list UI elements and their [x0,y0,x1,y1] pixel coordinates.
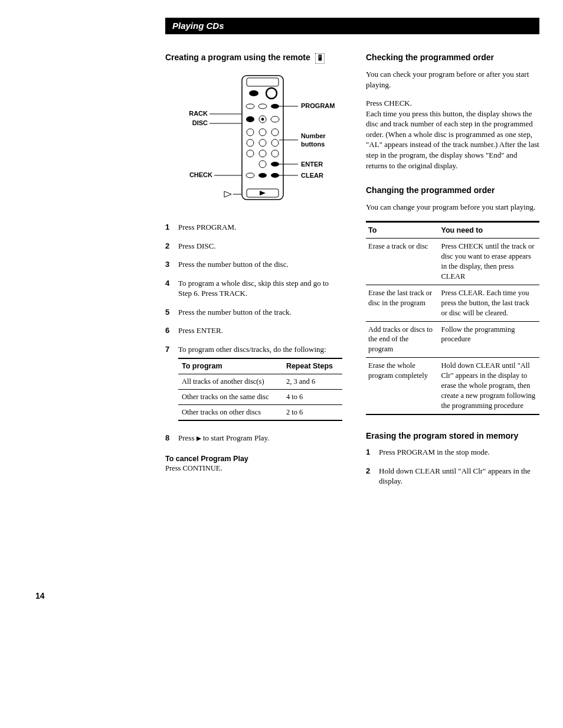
left-title: Creating a program using the remote 📱 [165,52,342,63]
label-disc: DISC [192,119,208,126]
check-heading: Checking the programmed order [366,52,539,63]
svg-point-3 [266,88,277,99]
subtable-cell: 2, 3 and 6 [283,374,342,390]
remote-diagram: PROGRAM TRACK DISC [189,72,342,211]
label-program: PROGRAM [301,102,335,109]
label-enter: ENTER [301,161,323,168]
svg-point-12 [261,117,264,120]
svg-point-15 [259,129,266,136]
label-number: Number [301,132,326,139]
step-1-text: Press PROGRAM. [178,222,342,233]
subtable-h1: To program [178,358,283,374]
left-title-text: Creating a program using the remote [165,53,310,62]
svg-point-17 [247,139,254,146]
section-header-bar: Playing CDs [165,18,539,34]
erase-step-2: 2Hold down CLEAR until "All Clr" appears… [366,466,539,487]
change-cell: Erase the last track or disc in the prog… [366,285,438,321]
change-heading: Changing the programmed order [366,185,539,196]
svg-point-10 [246,116,254,122]
svg-point-29 [258,173,267,178]
step-2: 2Press DISC. [165,241,342,252]
svg-point-2 [249,90,258,96]
change-cell: Press CHECK until the track or disc you … [438,239,539,285]
cancel-title: To cancel Program Play [165,454,342,464]
check-body: Each time you press this button, the dis… [366,109,539,170]
svg-point-30 [271,173,279,178]
svg-point-5 [258,104,267,109]
two-column-layout: Creating a program using the remote 📱 PR… [165,52,539,497]
subtable-row: Other tracks on the same disc4 to 6 [178,390,342,405]
change-cell: Add tracks or discs to the end of the pr… [366,321,438,358]
label-track: TRACK [189,110,208,117]
right-column: Checking the programmed order You can ch… [366,52,539,497]
step-7: 7To program other discs/tracks, do the f… [165,344,342,425]
remote-icon: 📱 [315,53,325,64]
step-1: 1Press PROGRAM. [165,222,342,233]
step-6-text: Press ENTER. [178,325,342,336]
erase-step-1-text: Press PROGRAM in the stop mode. [379,447,539,458]
step-4: 4To program a whole disc, skip this step… [165,278,342,299]
check-para-2: Press CHECK. Each time you press this bu… [366,98,539,171]
svg-marker-32 [224,191,231,197]
svg-point-4 [246,104,254,109]
svg-point-16 [271,129,279,136]
svg-point-22 [271,150,279,157]
svg-point-28 [246,173,254,178]
change-row: Add tracks or discs to the end of the pr… [366,321,539,358]
subtable-h2: Repeat Steps [283,358,342,374]
erase-heading: Erasing the program stored in memory [366,430,539,442]
subtable-cell: 2 to 6 [283,405,342,420]
step-7-text: To program other discs/tracks, do the fo… [178,344,342,355]
svg-point-19 [271,139,279,146]
svg-point-20 [247,150,254,157]
change-cell: Erase the whole program completely [366,358,438,414]
change-cell: Follow the programming procedure [438,321,539,358]
svg-point-13 [271,116,279,122]
svg-point-14 [247,129,254,136]
step-2-text: Press DISC. [178,241,342,252]
change-cell: Erase a track or disc [366,239,438,285]
svg-rect-1 [247,78,279,86]
number-buttons-group [247,129,279,157]
change-cell: Hold down CLEAR until "All Clr" appears … [438,358,539,414]
svg-point-24 [259,161,266,168]
erase-step-2-text: Hold down CLEAR until "All Clr" appears … [379,466,539,487]
label-clear: CLEAR [301,172,323,179]
step-3: 3Press the number button of the disc. [165,259,342,270]
subtable-row: Other tracks on other discs2 to 6 [178,405,342,420]
step-8-text: Press to start Program Play. [178,433,342,443]
program-subtable: To program Repeat Steps All tracks of an… [178,358,342,421]
step-5: 5Press the number button of the track. [165,307,342,318]
left-column: Creating a program using the remote 📱 PR… [165,52,342,497]
check-para-1: You can check your program before or aft… [366,69,539,90]
change-table: To You need to Erase a track or discPres… [366,221,539,415]
play-icon [197,436,201,441]
svg-marker-35 [260,191,266,195]
left-steps: 1Press PROGRAM. 2Press DISC. 3Press the … [165,222,342,443]
step-5-text: Press the number button of the track. [178,307,342,318]
change-h2: You need to [438,221,539,239]
svg-point-18 [259,139,266,146]
svg-point-21 [259,150,266,157]
subtable-cell: 4 to 6 [283,390,342,405]
step-6: 6Press ENTER. [165,325,342,336]
cancel-body: Press CONTINUE. [165,463,342,474]
step-3-text: Press the number button of the disc. [178,259,342,270]
erase-steps: 1Press PROGRAM in the stop mode. 2Hold d… [366,447,539,487]
svg-point-6 [271,104,279,109]
subtable-cell: Other tracks on the same disc [178,390,283,405]
subtable-cell: All tracks of another disc(s) [178,374,283,390]
step-4-text: To program a whole disc, skip this step … [178,278,342,299]
check-press: Press CHECK. [366,99,412,107]
erase-step-1: 1Press PROGRAM in the stop mode. [366,447,539,458]
change-para: You can change your program before you s… [366,202,539,213]
svg-point-25 [271,162,279,167]
label-check: CHECK [189,171,212,178]
change-cell: Press CLEAR. Each time you press the but… [438,285,539,321]
change-h1: To [366,221,438,239]
label-buttons: buttons [301,141,325,148]
subtable-row: All tracks of another disc(s)2, 3 and 6 [178,374,342,390]
change-row: Erase the last track or disc in the prog… [366,285,539,321]
step-8: 8Press to start Program Play. [165,433,342,443]
change-row: Erase a track or discPress CHECK until t… [366,239,539,285]
